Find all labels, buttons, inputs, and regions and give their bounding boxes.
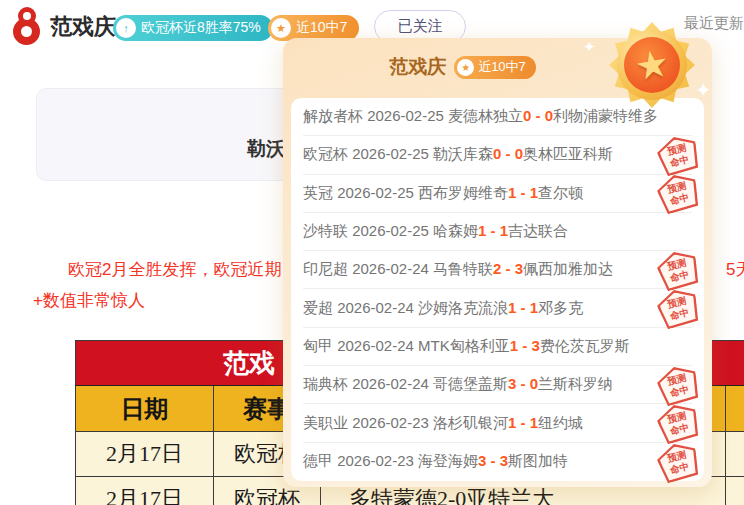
match-text: 印尼超 2026-02-24 马鲁特联2 - 3佩西加雅加达 bbox=[303, 260, 613, 279]
popup-header: 范戏庆 ★ 近10中7 bbox=[283, 54, 642, 80]
match-row: 匈甲 2026-02-24 MTK匈格利亚1 - 3费伦茨瓦罗斯 bbox=[303, 328, 692, 366]
popup-record-badge-label: 近10中7 bbox=[478, 58, 526, 76]
expert-record-popup: 范戏庆 ★ 近10中7 ✦ ✦ ★ 解放者杯 2026-02-25 麦德林独立0… bbox=[283, 38, 712, 487]
promo-text-line2: +数值非常惊人 bbox=[33, 289, 145, 312]
stats-cell-date: 2月17日 bbox=[76, 432, 214, 477]
match-text: 解放者杯 2026-02-25 麦德林独立0 - 0利物浦蒙特维多 bbox=[303, 107, 658, 126]
match-text: 瑞典杯 2026-02-24 哥德堡盖斯3 - 0兰斯科罗纳 bbox=[303, 375, 613, 394]
star-icon: ★ bbox=[457, 59, 474, 76]
prediction-hit-stamp: 预测命中 bbox=[654, 132, 701, 177]
match-row: 欧冠杯 2026-02-25 勒沃库森0 - 0奥林匹亚科斯预测命中 bbox=[303, 136, 692, 174]
win-rate-badge: ↑ 欧冠杯近8胜率75% bbox=[113, 15, 273, 41]
match-score: 2 - 3 bbox=[493, 260, 523, 277]
match-score: 1 - 3 bbox=[510, 337, 540, 354]
match-row: 瑞典杯 2026-02-24 哥德堡盖斯3 - 0兰斯科罗纳预测命中 bbox=[303, 366, 692, 404]
match-row: 德甲 2026-02-23 海登海姆3 - 3斯图加特预测命中 bbox=[303, 443, 692, 481]
popup-expert-name: 范戏庆 bbox=[389, 54, 446, 80]
match-text: 欧冠杯 2026-02-25 勒沃库森0 - 0奥林匹亚科斯 bbox=[303, 145, 613, 164]
match-score: 0 - 0 bbox=[493, 145, 523, 162]
stats-cell-pick: 胜 bbox=[726, 477, 744, 505]
match-score: 3 - 0 bbox=[508, 375, 538, 392]
match-text: 沙特联 2026-02-25 哈森姆1 - 1吉达联合 bbox=[303, 222, 568, 241]
star-icon: ★ bbox=[271, 18, 291, 38]
match-list: 解放者杯 2026-02-25 麦德林独立0 - 0利物浦蒙特维多欧冠杯 202… bbox=[291, 98, 704, 481]
match-text: 英冠 2026-02-25 西布罗姆维奇1 - 1查尔顿 bbox=[303, 184, 583, 203]
match-title-fragment: 勒沃 bbox=[247, 136, 285, 162]
prediction-hit-stamp: 预测命中 bbox=[654, 439, 701, 484]
recent-record-badge-label: 近10中7 bbox=[296, 19, 347, 37]
popup-record-badge: ★ 近10中7 bbox=[454, 56, 536, 79]
gold-medal-icon: ★ bbox=[609, 22, 695, 108]
match-row: 美职业 2026-02-23 洛杉矶银河1 - 1纽约城预测命中 bbox=[303, 404, 692, 442]
promo-text-line1: 欧冠2月全胜发挥，欧冠近期 bbox=[68, 258, 284, 281]
match-text: 爱超 2026-02-24 沙姆洛克流浪1 - 1邓多克 bbox=[303, 299, 583, 318]
win-rate-badge-label: 欧冠杯近8胜率75% bbox=[141, 19, 261, 37]
match-score: 1 - 1 bbox=[508, 184, 538, 201]
stats-cell-pick bbox=[726, 432, 744, 477]
up-arrow-icon: ↑ bbox=[116, 18, 136, 38]
brand-logo-icon bbox=[12, 6, 42, 46]
match-row: 英冠 2026-02-25 西布罗姆维奇1 - 1查尔顿预测命中 bbox=[303, 175, 692, 213]
stats-col-hidden2 bbox=[726, 386, 744, 432]
prediction-hit-stamp: 预测命中 bbox=[654, 171, 701, 216]
prediction-hit-stamp: 预测命中 bbox=[654, 286, 701, 331]
match-row: 沙特联 2026-02-25 哈森姆1 - 1吉达联合 bbox=[303, 213, 692, 251]
sparkle-icon: ✦ bbox=[583, 38, 596, 56]
match-row: 印尼超 2026-02-24 马鲁特联2 - 3佩西加雅加达预测命中 bbox=[303, 251, 692, 289]
prediction-hit-stamp: 预测命中 bbox=[654, 400, 701, 445]
match-text: 美职业 2026-02-23 洛杉矶银河1 - 1纽约城 bbox=[303, 414, 583, 433]
expert-name: 范戏庆 bbox=[50, 12, 116, 42]
match-text: 匈甲 2026-02-24 MTK匈格利亚1 - 3费伦茨瓦罗斯 bbox=[303, 337, 630, 356]
match-score: 1 - 1 bbox=[508, 414, 538, 431]
prediction-hit-stamp: 预测命中 bbox=[654, 247, 701, 292]
stats-col-date: 日期 bbox=[76, 386, 214, 432]
match-row: 爱超 2026-02-24 沙姆洛克流浪1 - 1邓多克预测命中 bbox=[303, 289, 692, 327]
match-score: 3 - 3 bbox=[478, 452, 508, 469]
prediction-hit-stamp: 预测命中 bbox=[654, 362, 701, 407]
promo-text-line1-tail: 5天 bbox=[726, 258, 744, 281]
match-text: 德甲 2026-02-23 海登海姆3 - 3斯图加特 bbox=[303, 452, 568, 471]
match-score: 1 - 1 bbox=[508, 299, 538, 316]
match-score: 0 - 0 bbox=[523, 107, 553, 124]
match-score: 1 - 1 bbox=[478, 222, 508, 239]
stats-cell-date: 2月17日 bbox=[76, 477, 214, 505]
